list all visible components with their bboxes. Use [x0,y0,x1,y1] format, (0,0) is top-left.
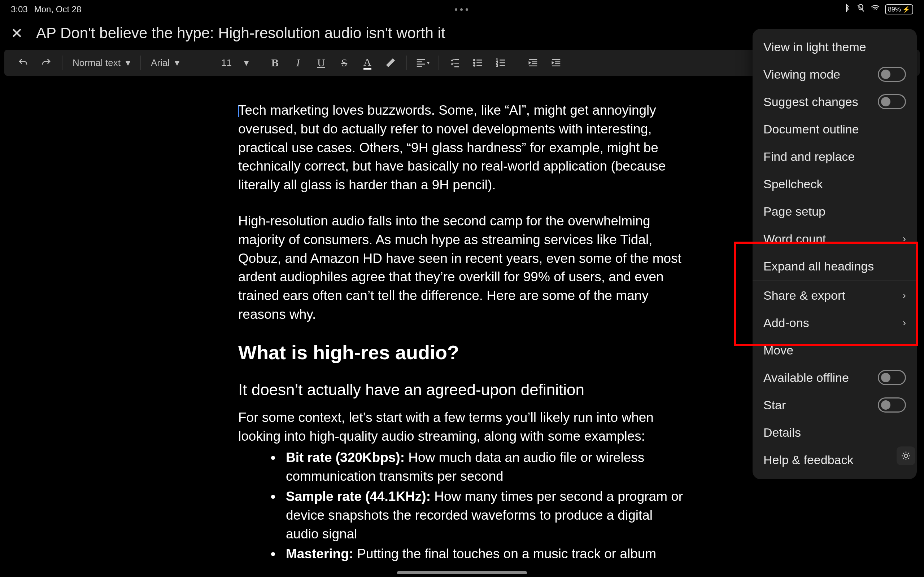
close-icon[interactable]: ✕ [11,25,23,42]
italic-button[interactable]: I [287,53,310,73]
menu-help-feedback[interactable]: Help & feedback [753,446,917,474]
menu-star[interactable]: Star [753,391,917,419]
font-size-select[interactable]: 11▾ [215,57,254,69]
wifi-icon [871,3,880,15]
toggle-off-icon[interactable] [878,370,906,385]
svg-point-6 [904,454,908,457]
heading-3[interactable]: It doesn’t actually have an agreed-upon … [238,381,686,399]
chevron-down-icon: ▾ [126,57,130,69]
heading-2[interactable]: What is high-res audio? [238,341,686,364]
chevron-down-icon: ▾ [244,57,249,69]
paragraph[interactable]: For some context, let’s start with a few… [238,408,686,446]
toggle-off-icon[interactable] [878,94,906,109]
menu-details[interactable]: Details [753,419,917,446]
font-select[interactable]: Arial▾ [145,57,207,69]
svg-point-1 [473,62,475,64]
indent-button[interactable] [544,53,568,73]
chevron-right-icon: › [903,290,906,301]
strikethrough-button[interactable]: S [333,53,356,73]
highlight-button[interactable] [379,53,402,73]
checklist-button[interactable] [443,53,466,73]
svg-point-0 [473,59,475,61]
battery-indicator: 89%⚡ [885,4,913,15]
undo-button[interactable] [11,53,35,73]
brightness-button[interactable] [897,446,915,465]
menu-word-count[interactable]: Word count› [753,225,917,253]
list-item[interactable]: Mastering: Putting the final touches on … [281,545,686,563]
status-bar: 3:03 Mon, Oct 28 89%⚡ [0,0,924,19]
brightness-icon [901,451,911,461]
overflow-menu: View in light theme Viewing mode Suggest… [753,29,917,479]
bulleted-list-button[interactable] [466,53,489,73]
paragraph[interactable]: High-resolution audio falls into the sec… [238,212,686,324]
status-date: Mon, Oct 28 [34,4,82,15]
chevron-down-icon: ▾ [175,57,179,69]
menu-share-export[interactable]: Share & export› [753,282,917,309]
list-item[interactable]: Bit rate (320Kbps): How much data an aud… [281,448,686,486]
mute-icon [856,3,866,15]
numbered-list-button[interactable]: 123 [489,53,512,73]
paragraph-style-select[interactable]: Normal text▾ [67,57,136,69]
toggle-off-icon[interactable] [878,67,906,82]
menu-viewing-mode[interactable]: Viewing mode [753,61,917,88]
chevron-right-icon: › [903,233,906,245]
menu-document-outline[interactable]: Document outline [753,115,917,143]
text-color-button[interactable]: A [356,53,379,73]
svg-point-2 [473,64,475,66]
list-item[interactable]: Sample rate (44.1KHz): How many times pe… [281,487,686,543]
underline-button[interactable]: U [310,53,333,73]
toggle-off-icon[interactable] [878,397,906,413]
document-title[interactable]: AP Don't believe the hype: High-resoluti… [36,24,446,42]
status-time: 3:03 [11,4,28,15]
paragraph[interactable]: Tech marketing loves buzzwords. Some, li… [238,101,686,194]
menu-find-replace[interactable]: Find and replace [753,143,917,170]
bold-button[interactable]: B [263,53,287,73]
menu-available-offline[interactable]: Available offline [753,364,917,391]
bluetooth-icon [842,3,851,15]
menu-expand-all-headings[interactable]: Expand all headings [753,253,917,280]
menu-view-light-theme[interactable]: View in light theme [753,33,917,61]
chevron-right-icon: › [903,317,906,329]
menu-suggest-changes[interactable]: Suggest changes [753,88,917,115]
bulleted-list[interactable]: Bit rate (320Kbps): How much data an aud… [238,448,686,563]
gesture-handle[interactable] [397,571,527,574]
menu-page-setup[interactable]: Page setup [753,198,917,225]
menu-move[interactable]: Move [753,337,917,364]
status-handle-dots [455,8,468,11]
menu-separator [753,280,917,281]
menu-spellcheck[interactable]: Spellcheck [753,170,917,198]
redo-button[interactable] [35,53,58,73]
outdent-button[interactable] [522,53,544,73]
align-button[interactable]: ▾ [411,53,434,73]
menu-add-ons[interactable]: Add-ons› [753,309,917,337]
svg-text:3: 3 [496,63,498,68]
